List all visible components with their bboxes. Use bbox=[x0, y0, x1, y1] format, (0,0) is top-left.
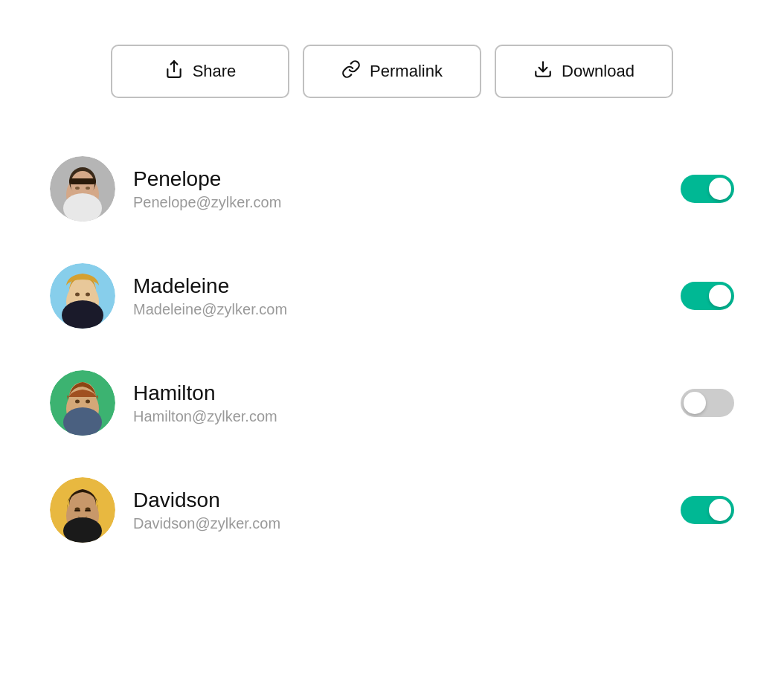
toggle-davidson[interactable] bbox=[681, 496, 734, 524]
svg-point-15 bbox=[86, 293, 90, 297]
svg-point-20 bbox=[75, 400, 80, 404]
user-name-madeleine: Madeleine bbox=[133, 274, 663, 298]
share-button[interactable]: Share bbox=[111, 45, 289, 98]
user-email-hamilton: Hamilton@zylker.com bbox=[133, 408, 663, 425]
user-email-davidson: Davidson@zylker.com bbox=[133, 515, 663, 532]
user-email-penelope: Penelope@zylker.com bbox=[133, 194, 663, 211]
svg-rect-28 bbox=[74, 510, 80, 511]
user-email-madeleine: Madeleine@zylker.com bbox=[133, 301, 663, 318]
svg-point-9 bbox=[86, 187, 90, 190]
toggle-knob-madeleine bbox=[709, 285, 731, 307]
svg-point-21 bbox=[86, 400, 90, 404]
user-list: Penelope Penelope@zylker.com bbox=[35, 135, 749, 563]
toggle-container-hamilton bbox=[681, 389, 734, 417]
toggle-slider-hamilton bbox=[681, 389, 734, 417]
permalink-button[interactable]: Permalink bbox=[303, 45, 481, 98]
user-info-hamilton: Hamilton Hamilton@zylker.com bbox=[133, 381, 663, 425]
download-icon bbox=[533, 59, 553, 83]
permalink-icon bbox=[341, 59, 361, 83]
avatar-penelope bbox=[50, 156, 115, 222]
avatar-hamilton bbox=[50, 370, 115, 436]
toggle-container-penelope bbox=[681, 175, 734, 203]
avatar-madeleine bbox=[50, 263, 115, 329]
user-item-penelope: Penelope Penelope@zylker.com bbox=[35, 135, 749, 242]
toggle-knob-davidson bbox=[709, 499, 731, 521]
user-info-davidson: Davidson Davidson@zylker.com bbox=[133, 488, 663, 532]
user-name-penelope: Penelope bbox=[133, 167, 663, 191]
user-info-madeleine: Madeleine Madeleine@zylker.com bbox=[133, 274, 663, 318]
toolbar: Share Permalink Download bbox=[35, 45, 749, 98]
avatar-davidson bbox=[50, 477, 115, 543]
toggle-madeleine[interactable] bbox=[681, 282, 734, 310]
toggle-slider-davidson bbox=[681, 496, 734, 524]
toggle-container-madeleine bbox=[681, 282, 734, 310]
toggle-hamilton[interactable] bbox=[681, 389, 734, 417]
user-item-davidson: Davidson Davidson@zylker.com bbox=[35, 456, 749, 563]
user-info-penelope: Penelope Penelope@zylker.com bbox=[133, 167, 663, 211]
user-item-madeleine: Madeleine Madeleine@zylker.com bbox=[35, 242, 749, 349]
user-item-hamilton: Hamilton Hamilton@zylker.com bbox=[35, 349, 749, 456]
svg-rect-29 bbox=[85, 510, 91, 511]
toggle-slider-penelope bbox=[681, 175, 734, 203]
toggle-container-davidson bbox=[681, 496, 734, 524]
user-name-hamilton: Hamilton bbox=[133, 381, 663, 405]
download-button[interactable]: Download bbox=[495, 45, 673, 98]
toggle-slider-madeleine bbox=[681, 282, 734, 310]
share-icon bbox=[164, 59, 184, 83]
user-name-davidson: Davidson bbox=[133, 488, 663, 512]
download-label: Download bbox=[562, 62, 634, 81]
permalink-label: Permalink bbox=[370, 62, 443, 81]
toggle-knob-penelope bbox=[709, 178, 731, 200]
svg-point-14 bbox=[75, 293, 80, 297]
share-label: Share bbox=[193, 62, 237, 81]
toggle-penelope[interactable] bbox=[681, 175, 734, 203]
svg-point-8 bbox=[75, 187, 80, 190]
svg-rect-7 bbox=[69, 178, 96, 184]
toggle-knob-hamilton bbox=[684, 392, 706, 414]
